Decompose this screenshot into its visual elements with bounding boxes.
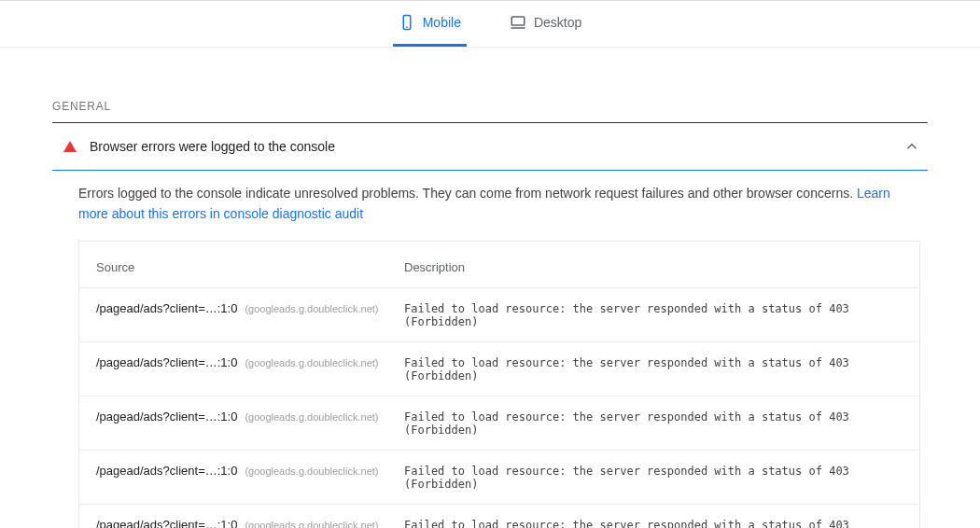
col-header-description: Description bbox=[404, 260, 903, 274]
tab-desktop-label: Desktop bbox=[534, 15, 581, 30]
table-row: /pagead/ads?client=…:1:0(googleads.g.dou… bbox=[79, 396, 919, 451]
tab-mobile-label: Mobile bbox=[423, 15, 461, 30]
cell-description: Failed to load resource: the server resp… bbox=[404, 356, 903, 382]
audit-browser-errors-title: Browser errors were logged to the consol… bbox=[90, 139, 890, 154]
table-row: /pagead/ads?client=…:1:0(googleads.g.dou… bbox=[79, 288, 919, 342]
content-container: GENERAL Browser errors were logged to th… bbox=[0, 100, 980, 528]
cell-source: /pagead/ads?client=…:1:0(googleads.g.dou… bbox=[96, 518, 404, 528]
cell-source: /pagead/ads?client=…:1:0(googleads.g.dou… bbox=[96, 464, 404, 478]
audit-description-text: Errors logged to the console indicate un… bbox=[78, 186, 857, 201]
cell-description: Failed to load resource: the server resp… bbox=[404, 302, 903, 328]
source-origin: (googleads.g.doubleclick.net) bbox=[245, 303, 378, 314]
chevron-up-icon bbox=[903, 138, 920, 155]
svg-rect-2 bbox=[511, 17, 525, 25]
source-origin: (googleads.g.doubleclick.net) bbox=[245, 411, 378, 423]
cell-source: /pagead/ads?client=…:1:0(googleads.g.dou… bbox=[96, 301, 404, 315]
desktop-icon bbox=[510, 14, 526, 31]
col-header-source: Source bbox=[96, 260, 404, 274]
table-row: /pagead/ads?client=…:1:0(googleads.g.dou… bbox=[79, 451, 919, 505]
cell-description: Failed to load resource: the server resp… bbox=[404, 410, 903, 437]
table-row: /pagead/ads?client=…:1:0(googleads.g.dou… bbox=[79, 505, 919, 528]
page-root: Mobile Desktop GENERAL Browser errors we… bbox=[0, 0, 980, 528]
cell-source: /pagead/ads?client=…:1:0(googleads.g.dou… bbox=[96, 410, 404, 424]
audit-description: Errors logged to the console indicate un… bbox=[78, 184, 920, 224]
cell-description: Failed to load resource: the server resp… bbox=[404, 465, 903, 491]
table-body: /pagead/ads?client=…:1:0(googleads.g.dou… bbox=[79, 288, 919, 528]
table-header-row: Source Description bbox=[79, 242, 919, 288]
table-row: /pagead/ads?client=…:1:0(googleads.g.dou… bbox=[79, 342, 919, 396]
source-path: /pagead/ads?client=…:1:0 bbox=[96, 464, 237, 478]
source-path: /pagead/ads?client=…:1:0 bbox=[96, 355, 237, 369]
warning-triangle-icon bbox=[63, 141, 77, 152]
section-label-general: GENERAL bbox=[52, 100, 928, 113]
mobile-icon bbox=[399, 14, 415, 31]
audit-browser-errors-body: Errors logged to the console indicate un… bbox=[52, 171, 928, 528]
tab-desktop[interactable]: Desktop bbox=[504, 14, 587, 47]
source-origin: (googleads.g.doubleclick.net) bbox=[245, 357, 378, 368]
source-path: /pagead/ads?client=…:1:0 bbox=[96, 410, 237, 424]
cell-source: /pagead/ads?client=…:1:0(googleads.g.dou… bbox=[96, 355, 404, 369]
device-tabs: Mobile Desktop bbox=[0, 1, 980, 48]
source-origin: (googleads.g.doubleclick.net) bbox=[245, 520, 378, 528]
source-path: /pagead/ads?client=…:1:0 bbox=[96, 301, 237, 315]
tab-mobile[interactable]: Mobile bbox=[393, 14, 467, 47]
errors-table: Source Description /pagead/ads?client=…:… bbox=[78, 241, 920, 528]
source-origin: (googleads.g.doubleclick.net) bbox=[245, 465, 378, 477]
cell-description: Failed to load resource: the server resp… bbox=[404, 519, 903, 528]
source-path: /pagead/ads?client=…:1:0 bbox=[96, 518, 237, 528]
audit-browser-errors-header[interactable]: Browser errors were logged to the consol… bbox=[52, 123, 928, 171]
